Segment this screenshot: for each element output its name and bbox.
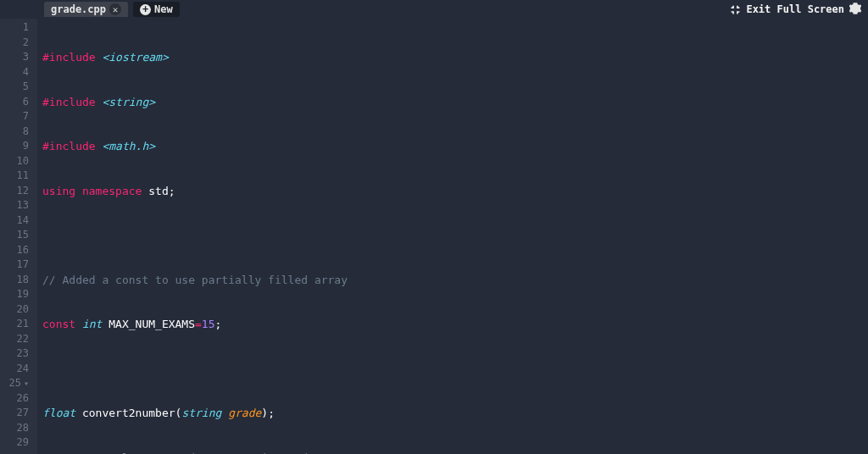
line-number: 24 — [0, 362, 29, 377]
code-line — [42, 228, 868, 243]
line-number: 28 — [0, 421, 29, 436]
line-number: 25 ▾ — [0, 376, 29, 391]
gear-icon[interactable] — [849, 3, 861, 17]
line-number: 18 — [0, 273, 29, 288]
code-line: #include <string> — [42, 95, 868, 110]
line-number: 22 — [0, 332, 29, 347]
code-line: const int MAX_NUM_EXAMS=15; — [42, 317, 868, 332]
line-number: 29 — [0, 435, 29, 451]
line-number: 7 — [0, 109, 29, 125]
line-number: 21 — [0, 317, 29, 332]
code-area[interactable]: #include <iostream> #include <string> #i… — [37, 19, 868, 454]
line-number: 26 — [0, 391, 29, 407]
code-line: #include <iostream> — [42, 50, 868, 65]
line-number: 1 — [0, 20, 29, 36]
new-button[interactable]: + New — [133, 2, 180, 17]
exit-fullscreen-button[interactable]: Exit Full Screen — [730, 3, 844, 15]
close-icon[interactable]: ✕ — [109, 3, 121, 15]
line-number: 4 — [0, 65, 29, 80]
line-number: 16 — [0, 243, 29, 258]
line-number: 9 — [0, 139, 29, 154]
code-line — [42, 362, 868, 377]
line-number: 17 — [0, 257, 29, 273]
line-number: 10 — [0, 154, 29, 169]
code-line: #include <math.h> — [42, 139, 868, 154]
line-number: 27 — [0, 406, 29, 421]
line-number: 13 — [0, 198, 29, 213]
new-button-label: New — [154, 3, 173, 15]
code-line: // Added a const to use partially filled… — [42, 273, 868, 288]
line-number: 14 — [0, 213, 29, 229]
line-number-gutter: 1 2 3 4 5 6 7 8 9 10 11 12 13 14 15 16 1… — [0, 19, 37, 454]
exit-fullscreen-icon — [730, 4, 741, 15]
file-tab-label: grade.cpp — [51, 3, 106, 15]
line-number: 23 — [0, 346, 29, 362]
line-number: 3 — [0, 50, 29, 65]
line-number: 8 — [0, 125, 29, 140]
file-tab[interactable]: grade.cpp ✕ — [44, 2, 128, 17]
line-number: 6 — [0, 95, 29, 110]
code-editor[interactable]: 1 2 3 4 5 6 7 8 9 10 11 12 13 14 15 16 1… — [0, 19, 868, 454]
plus-icon: + — [140, 4, 151, 15]
line-number: 15 — [0, 228, 29, 243]
line-number: 12 — [0, 184, 29, 199]
code-line: // Converts letter grade to numeric grad… — [42, 451, 868, 455]
line-number: 5 — [0, 80, 29, 95]
top-bar: grade.cpp ✕ + New Exit Full Screen — [0, 0, 868, 19]
exit-fullscreen-label: Exit Full Screen — [746, 3, 844, 15]
code-line: using namespace std; — [42, 184, 868, 199]
line-number: 11 — [0, 169, 29, 184]
fold-icon[interactable]: ▾ — [19, 379, 29, 388]
line-number: 20 — [0, 302, 29, 318]
code-line: float convert2number(string grade); — [42, 406, 868, 421]
line-number: 19 — [0, 287, 29, 302]
line-number: 2 — [0, 36, 29, 51]
